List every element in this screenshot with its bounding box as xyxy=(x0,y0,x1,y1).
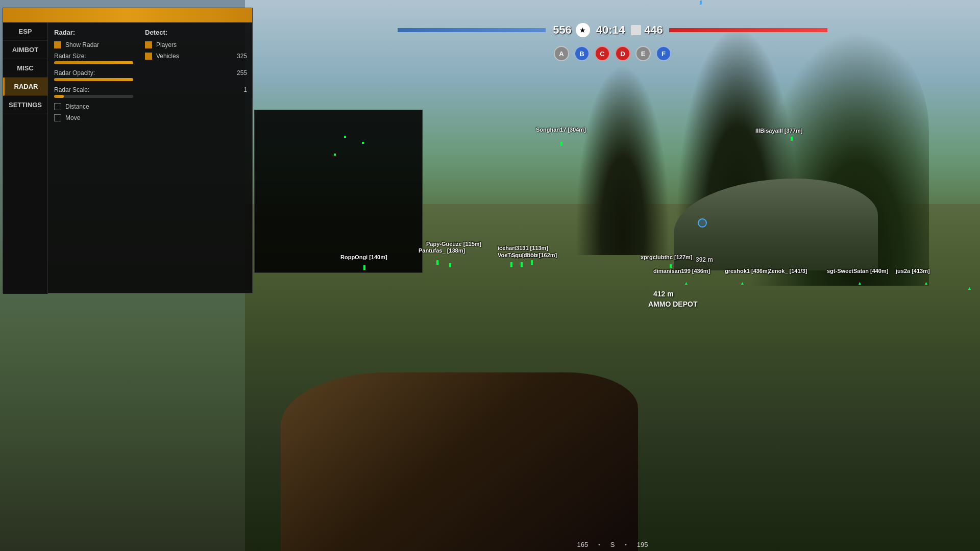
radar-scale-value: 1 xyxy=(243,86,247,93)
radar-scale-track[interactable] xyxy=(54,95,133,98)
ammo-depot-label: AMMO DEPOT xyxy=(648,300,697,308)
team-score-blue: 556 xyxy=(549,23,576,37)
radar-dot-2 xyxy=(362,142,364,144)
player-arrow-jus2a: ▲ xyxy=(924,281,928,286)
player-label-dimanisan: dimanisan199 [436m] xyxy=(653,268,710,274)
player-label-bisaya: IIIBisayaIII [377m] xyxy=(755,128,802,134)
player-label-xprg: xprgclubthc [127m] xyxy=(641,254,692,260)
bottom-num-right: 195 xyxy=(637,541,648,548)
radar-opacity-fill xyxy=(54,78,133,81)
player-dot-icehart xyxy=(531,260,533,265)
radar-display xyxy=(254,110,423,273)
radar-opacity-container: Radar Opacity: 255 xyxy=(54,69,247,81)
bottom-hud: 165 • S • 195 xyxy=(245,541,980,548)
tab-radar[interactable]: RADAR xyxy=(3,78,47,96)
player-label-pantufas: Pantufas_ [138m] xyxy=(419,247,465,254)
radar-scale-label: Radar Scale: xyxy=(54,86,89,93)
tree-3 xyxy=(572,51,674,255)
move-checkbox[interactable] xyxy=(54,114,61,121)
distance-row: Distance xyxy=(54,103,247,110)
player-label-greshok: greshok1 [436m] xyxy=(725,268,769,274)
menu-content: Radar: Show Radar Radar Size: 325 Radar … xyxy=(48,22,253,294)
detect-vehicles-row: Vehicles xyxy=(145,53,242,60)
radar-opacity-label: Radar Opacity: xyxy=(54,69,95,77)
player-label-sweetsatan: sgt-SweetSatan [440m] xyxy=(827,268,888,274)
bottom-num-left: 165 xyxy=(577,541,588,548)
player-dot-bisaya xyxy=(791,137,793,141)
hud-star-icon: ★ xyxy=(576,23,590,37)
player-arrow-dimanisan: ▲ xyxy=(684,281,689,286)
detect-players-checkbox[interactable] xyxy=(145,41,152,48)
player-label-icehart: icehart3131 [113m] xyxy=(498,245,548,251)
radar-size-track[interactable] xyxy=(54,61,133,64)
radar-opacity-track[interactable] xyxy=(54,78,133,81)
hud-top-bar: 556 ★ 40:14 446 xyxy=(245,23,980,37)
player-target-marker xyxy=(700,1,702,5)
move-row: Move xyxy=(54,114,247,121)
radar-opacity-label-row: Radar Opacity: 255 xyxy=(54,69,247,77)
player-dot-voe xyxy=(510,262,512,267)
distance-checkbox[interactable] xyxy=(54,103,61,110)
detect-players-label: Players xyxy=(156,41,177,48)
show-radar-label: Show Radar xyxy=(65,41,99,48)
player-dot-squid xyxy=(521,262,523,267)
flag-b[interactable]: B xyxy=(574,46,590,61)
detect-vehicles-checkbox[interactable] xyxy=(145,53,152,60)
radar-dot-1 xyxy=(344,136,346,138)
bottom-mid: S xyxy=(610,541,615,548)
player-target-circle xyxy=(698,218,707,228)
ammo-icon xyxy=(631,25,641,35)
detect-section: Detect: Players Vehicles xyxy=(145,29,242,64)
team-score-red: 446 xyxy=(644,23,663,37)
player-label-roppongi: RoppOngi [140m] xyxy=(340,254,387,260)
player-arrow-greshok: ▲ xyxy=(740,281,745,286)
hack-menu: ESP AIMBOT MISC RADAR SETTINGS Radar: Sh… xyxy=(3,8,253,293)
detect-players-row: Players xyxy=(145,41,242,48)
player-label-squid: Squidbob [162m] xyxy=(511,252,557,258)
radar-scale-fill xyxy=(54,95,64,98)
player-dot-pantufas2 xyxy=(449,263,451,267)
radar-size-fill xyxy=(54,61,133,64)
menu-titlebar xyxy=(3,8,252,22)
detect-vehicles-label: Vehicles xyxy=(156,53,179,60)
player-label-jus2a: jus2a [413m] xyxy=(896,268,930,274)
radar-scale-label-row: Radar Scale: 1 xyxy=(54,86,247,93)
tab-settings[interactable]: SETTINGS xyxy=(3,96,47,114)
tab-aimbot[interactable]: AIMBOT xyxy=(3,41,47,59)
player-label-zenok: Zenok_ [141/3] xyxy=(768,268,807,274)
radar-dot-3 xyxy=(334,154,336,156)
bottom-dot-2: • xyxy=(625,542,627,547)
flag-d[interactable]: D xyxy=(615,46,630,61)
player-dot-pantufas xyxy=(436,260,438,265)
flag-e[interactable]: E xyxy=(635,46,651,61)
distance-392: 392 m xyxy=(696,256,713,263)
player-dot-roppongi xyxy=(363,265,365,270)
radar-size-label: Radar Size: xyxy=(54,53,86,60)
team-bar-blue xyxy=(398,28,546,32)
flag-f[interactable]: F xyxy=(656,46,671,61)
player-arrow-far: ▲ xyxy=(967,286,972,291)
flag-row: A B C D E F xyxy=(245,46,980,61)
player-arrow-sweetsatan: ▲ xyxy=(857,281,862,286)
flag-c[interactable]: C xyxy=(595,46,610,61)
ammo-depot-distance: 412 m xyxy=(653,290,674,298)
flag-a[interactable]: A xyxy=(554,46,569,61)
show-radar-checkbox[interactable] xyxy=(54,41,61,48)
player-label-papygueuze: Papy-Gueuze [115m] xyxy=(426,241,481,247)
player-dot-songhan17 xyxy=(560,142,562,146)
hud-timer: 40:14 xyxy=(590,23,631,37)
tab-esp[interactable]: ESP xyxy=(3,22,47,41)
radar-scale-container: Radar Scale: 1 xyxy=(54,86,247,98)
bottom-dot-1: • xyxy=(598,542,600,547)
weapon-display xyxy=(281,372,638,551)
menu-tabs: ESP AIMBOT MISC RADAR SETTINGS xyxy=(3,22,48,294)
move-label: Move xyxy=(65,114,80,121)
distance-label: Distance xyxy=(65,103,89,110)
health-bar-red xyxy=(669,28,827,32)
tab-misc[interactable]: MISC xyxy=(3,59,47,78)
player-label-songhan17: Songhan17 [304m] xyxy=(536,127,586,133)
detect-section-title: Detect: xyxy=(145,29,242,36)
radar-opacity-value: 255 xyxy=(237,69,247,77)
